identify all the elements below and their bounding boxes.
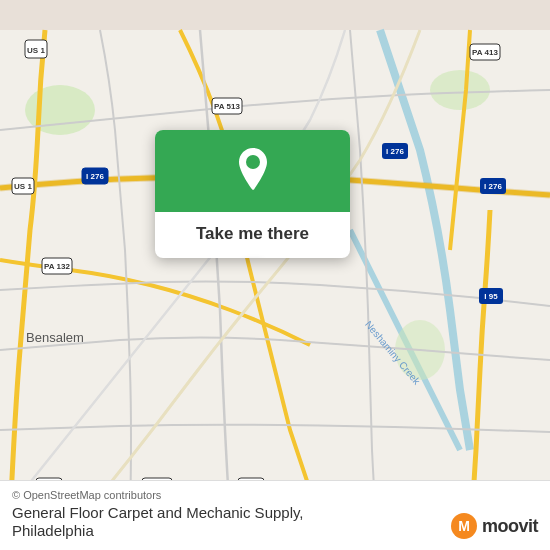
take-me-there-button[interactable]: Take me there: [196, 224, 309, 244]
svg-point-2: [430, 70, 490, 110]
moovit-logo: M moovit: [450, 512, 538, 540]
place-name-text: General Floor Carpet and Mechanic Supply…: [12, 504, 304, 521]
svg-point-1: [25, 85, 95, 135]
bottom-bar: © OpenStreetMap contributors General Flo…: [0, 480, 550, 550]
svg-text:PA 132: PA 132: [44, 262, 70, 271]
svg-text:Bensalem: Bensalem: [26, 330, 84, 345]
svg-text:I 276: I 276: [386, 147, 404, 156]
copyright-text: © OpenStreetMap contributors: [12, 489, 538, 501]
moovit-icon: M: [450, 512, 478, 540]
svg-text:PA 413: PA 413: [472, 48, 498, 57]
svg-text:I 95: I 95: [484, 292, 498, 301]
svg-text:I 276: I 276: [86, 172, 104, 181]
svg-text:US 1: US 1: [27, 46, 45, 55]
svg-text:PA 513: PA 513: [214, 102, 240, 111]
svg-point-30: [246, 155, 260, 169]
svg-text:M: M: [458, 518, 470, 534]
popup-green-section: [155, 130, 350, 212]
place-city-text: Philadelphia: [12, 522, 94, 539]
location-pin-icon: [235, 148, 271, 192]
svg-text:US 1: US 1: [14, 182, 32, 191]
place-name: General Floor Carpet and Mechanic Supply…: [12, 504, 304, 540]
svg-text:I 276: I 276: [484, 182, 502, 191]
popup-card: Take me there: [155, 130, 350, 258]
moovit-text: moovit: [482, 516, 538, 537]
popup-button-section: Take me there: [155, 212, 350, 258]
map-container: US 1 I 276 US 1 PA 132 PA 513 I 276 I 27…: [0, 0, 550, 550]
